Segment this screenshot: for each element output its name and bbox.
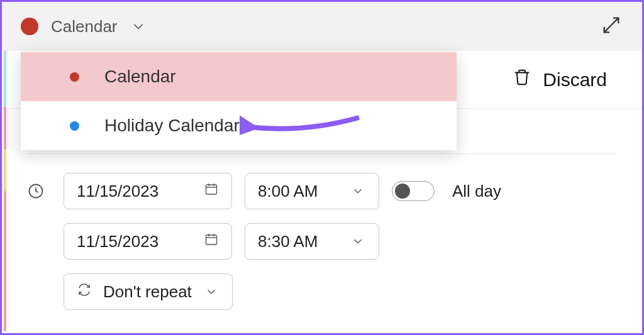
discard-label: Discard [543, 69, 607, 91]
repeat-field[interactable]: Don't repeat [64, 273, 233, 310]
dropdown-item-calendar[interactable]: Calendar [21, 52, 457, 101]
toggle-knob [395, 184, 410, 199]
end-row: 11/15/2023 8:30 AM [64, 223, 617, 260]
trash-icon [513, 68, 531, 91]
calendar-color-dot [21, 18, 38, 35]
end-date-value: 11/15/2023 [77, 232, 158, 251]
side-accent-bar [4, 51, 6, 331]
dropdown-item-label: Holiday Calendar [104, 116, 240, 136]
start-time-value: 8:00 AM [258, 182, 318, 201]
header-bar: Calendar [2, 2, 642, 51]
end-time-value: 8:30 AM [258, 232, 318, 251]
svg-rect-1 [206, 185, 217, 194]
start-date-value: 11/15/2023 [77, 182, 158, 201]
clock-icon [27, 173, 46, 310]
discard-button[interactable]: Discard [505, 63, 614, 96]
repeat-label: Don't repeat [103, 282, 192, 302]
chevron-down-icon [350, 183, 366, 199]
calendar-icon [204, 182, 219, 201]
end-date-field[interactable]: 11/15/2023 [64, 223, 232, 260]
start-time-field[interactable]: 8:00 AM [245, 173, 379, 209]
chevron-down-icon [130, 18, 147, 35]
calendar-color-dot [70, 121, 79, 131]
calendar-color-dot [70, 72, 79, 82]
chevron-down-icon [350, 233, 366, 250]
dropdown-item-label: Calendar [104, 67, 176, 87]
repeat-row: Don't repeat [64, 273, 617, 310]
all-day-label: All day [452, 182, 501, 201]
repeat-icon [77, 282, 92, 302]
dropdown-item-holiday-calendar[interactable]: Holiday Calendar [21, 101, 457, 150]
calendar-dropdown: Calendar Holiday Calendar [21, 52, 457, 150]
chevron-down-icon [203, 283, 219, 300]
start-row: 11/15/2023 8:00 AM All day [64, 173, 617, 209]
end-time-field[interactable]: 8:30 AM [245, 223, 379, 260]
expand-icon[interactable] [596, 9, 627, 43]
calendar-selector-label: Calendar [51, 17, 118, 36]
time-section: 11/15/2023 8:00 AM All day [27, 173, 617, 310]
svg-rect-2 [206, 235, 217, 244]
start-date-field[interactable]: 11/15/2023 [64, 173, 232, 209]
calendar-selector[interactable]: Calendar [21, 17, 147, 36]
all-day-toggle[interactable] [392, 181, 435, 201]
calendar-icon [204, 232, 219, 251]
